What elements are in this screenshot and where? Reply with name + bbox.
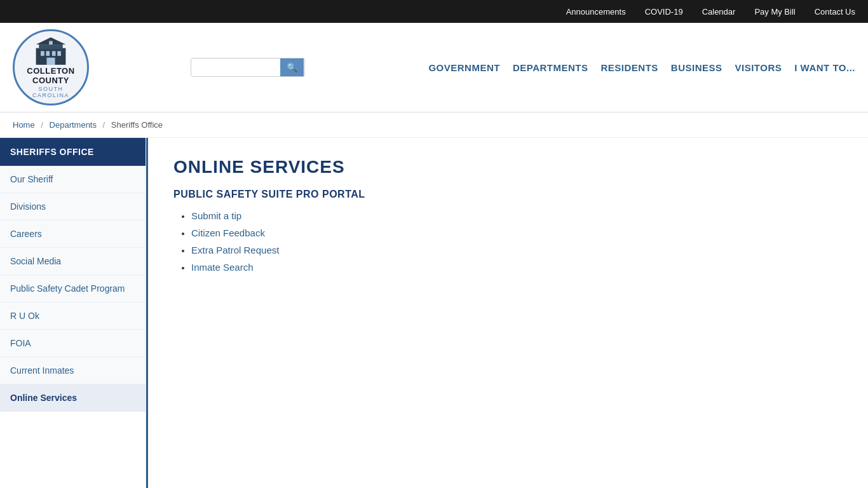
logo-state: SOUTH CAROLINA (20, 86, 82, 98)
svg-rect-1 (39, 44, 62, 49)
sidebar-r-u-ok[interactable]: R U Ok (0, 302, 146, 330)
building-icon (32, 36, 70, 66)
breadcrumb-home[interactable]: Home (13, 120, 35, 130)
list-item-citizen-feedback: Citizen Feedback (191, 227, 843, 238)
svg-rect-6 (57, 51, 61, 55)
calendar-link[interactable]: Calendar (702, 7, 736, 17)
main-nav: GOVERNMENT DEPARTMENTS RESIDENTS BUSINES… (428, 62, 855, 73)
breadcrumb-departments[interactable]: Departments (50, 120, 97, 130)
sidebar-title: SHERIFFS OFFICE (0, 138, 146, 166)
nav-departments[interactable]: DEPARTMENTS (513, 62, 588, 73)
svg-rect-8 (49, 41, 53, 44)
nav-government[interactable]: GOVERNMENT (428, 62, 500, 73)
sidebar-cadet-program[interactable]: Public Safety Cadet Program (0, 275, 146, 302)
link-inmate-search[interactable]: Inmate Search (191, 262, 254, 273)
breadcrumb-sep-2: / (103, 120, 105, 130)
nav-business[interactable]: BUSINESS (671, 62, 722, 73)
search-button[interactable]: 🔍 (280, 58, 304, 76)
sidebar-online-services[interactable]: Online Services (0, 384, 146, 412)
logo-area: COLLETON COUNTY SOUTH CAROLINA (13, 29, 165, 105)
pay-bill-link[interactable]: Pay My Bill (754, 7, 795, 17)
logo-circle: COLLETON COUNTY SOUTH CAROLINA (13, 29, 89, 105)
page-title: ONLINE SERVICES (173, 157, 843, 177)
nav-residents[interactable]: RESIDENTS (600, 62, 658, 73)
list-item-submit-tip: Submit a tip (191, 210, 843, 221)
top-bar: Announcements COVID-19 Calendar Pay My B… (0, 0, 868, 23)
list-item-extra-patrol: Extra Patrol Request (191, 245, 843, 255)
link-extra-patrol[interactable]: Extra Patrol Request (191, 245, 279, 255)
sidebar-foia[interactable]: FOIA (0, 330, 146, 357)
announcements-link[interactable]: Announcements (566, 7, 626, 17)
main-content: ONLINE SERVICES PUBLIC SAFETY SUITE PRO … (146, 138, 868, 488)
link-list: Submit a tip Citizen Feedback Extra Patr… (173, 210, 843, 273)
header: COLLETON COUNTY SOUTH CAROLINA 🔍 GOVERNM… (0, 23, 868, 112)
sidebar-divisions[interactable]: Divisions (0, 193, 146, 220)
breadcrumb: Home / Departments / Sheriffs Office (0, 112, 868, 138)
sidebar-careers[interactable]: Careers (0, 220, 146, 248)
nav-visitors[interactable]: VISITORS (735, 62, 782, 73)
covid-link[interactable]: COVID-19 (645, 7, 683, 17)
link-submit-tip[interactable]: Submit a tip (191, 210, 241, 221)
sidebar-current-inmates[interactable]: Current Inmates (0, 357, 146, 384)
svg-rect-4 (46, 51, 50, 55)
search-area: 🔍 (191, 58, 305, 77)
section-subtitle: PUBLIC SAFETY SUITE PRO PORTAL (173, 189, 843, 200)
breadcrumb-sep-1: / (41, 120, 43, 130)
logo-colleton: COLLETON COUNTY (20, 66, 82, 86)
list-item-inmate-search: Inmate Search (191, 262, 843, 273)
search-box: 🔍 (191, 58, 305, 77)
content-wrapper: SHERIFFS OFFICE Our Sheriff Divisions Ca… (0, 138, 868, 488)
sidebar-our-sheriff[interactable]: Our Sheriff (0, 166, 146, 193)
sidebar: SHERIFFS OFFICE Our Sheriff Divisions Ca… (0, 138, 146, 488)
nav-i-want-to[interactable]: I WANT TO... (794, 62, 855, 73)
svg-rect-3 (41, 51, 44, 55)
svg-rect-5 (52, 51, 56, 55)
search-input[interactable] (191, 59, 280, 76)
contact-link[interactable]: Contact Us (815, 7, 855, 17)
breadcrumb-current: Sheriffs Office (111, 120, 163, 130)
link-citizen-feedback[interactable]: Citizen Feedback (191, 227, 265, 238)
sidebar-social-media[interactable]: Social Media (0, 248, 146, 275)
svg-rect-7 (46, 58, 55, 65)
